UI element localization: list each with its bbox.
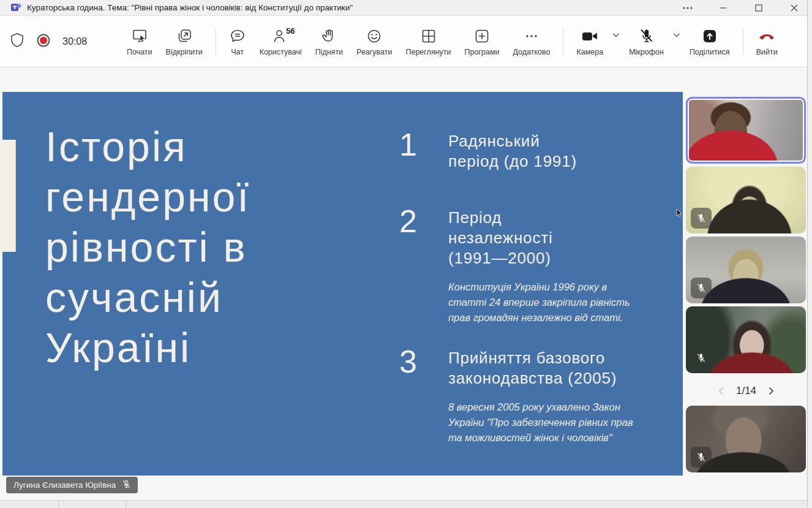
hang-up-icon [757,28,776,45]
share-button[interactable]: Поділитися [683,17,737,67]
list-item: 2 Період незалежності (1991—2000) Консти… [399,207,663,325]
participants-sidebar: 1/14 [686,97,806,476]
background-window-strip [807,0,812,508]
mic-muted-icon [691,347,712,368]
microphone-options-chevron-down-icon[interactable] [672,30,682,42]
item-heading: Прийняття базового законодавства (2005) [448,347,663,389]
pagination-label: 1/14 [736,385,756,397]
view-button[interactable]: Переглянути [399,17,457,67]
chat-button[interactable]: Чат [222,17,253,67]
minimize-button[interactable] [705,0,741,15]
participant-video[interactable] [686,406,806,472]
meeting-toolbar: 30:08 Почати Відкріпити Чат [0,17,807,67]
list-item: 1 Радянський період (до 1991) [399,130,663,172]
maximize-button[interactable] [741,0,776,15]
start-presenting-button[interactable]: Почати [120,17,159,67]
people-icon: 56 [273,28,288,45]
slide-title: Історія гендерної рівності в сучасній Ук… [45,121,250,373]
meeting-timer: 30:08 [62,36,87,47]
chevron-left-icon[interactable] [716,385,726,396]
list-item: 3 Прийняття базового законодавства (2005… [399,347,663,445]
ellipsis-icon [523,28,540,45]
camera-options-chevron-down-icon[interactable] [611,30,621,42]
leave-button[interactable]: Вийти [750,17,784,67]
camera-icon [581,28,599,45]
mic-muted-icon [121,479,132,491]
mic-muted-icon [691,208,712,229]
participant-video[interactable] [686,167,806,233]
react-smiley-icon [366,28,383,45]
participant-video[interactable] [686,237,806,303]
record-indicator-icon [36,32,51,51]
raise-hand-button[interactable]: Підняти [309,17,350,67]
item-heading: Період незалежності (1991—2000) [448,207,663,268]
divider [58,501,59,508]
item-note: Конституція України 1996 року в статті 2… [448,279,663,325]
item-heading: Радянський період (до 1991) [448,130,663,172]
participant-video[interactable] [686,306,806,373]
item-number: 2 [399,204,448,266]
teams-icon [11,2,21,13]
chevron-right-icon[interactable] [766,385,776,396]
toolbar-separator [563,29,563,55]
toolbar-separator [216,29,216,55]
share-icon [701,28,718,45]
chat-icon [229,28,246,45]
pop-out-icon [176,28,193,45]
apps-button[interactable]: Програми [458,17,506,67]
toolbar-separator [743,29,743,55]
window-titlebar: Кураторська година. Тема: "Рівні права ж… [0,0,812,16]
participant-video-active-speaker[interactable] [686,97,806,164]
slide-side-tab [0,140,16,252]
participants-button[interactable]: 56 Користувачі [253,17,309,67]
react-button[interactable]: Реагувати [350,17,399,67]
more-button[interactable]: Додатково [506,17,557,67]
camera-button[interactable]: Камера [570,17,610,67]
apps-plus-icon [473,28,491,45]
item-note: 8 вересня 2005 року ухвалено Закон Украї… [448,400,663,445]
view-grid-icon [420,28,437,45]
participants-pagination: 1/14 [686,376,806,406]
more-options-button[interactable] [670,0,705,15]
slide-timeline-list: 1 Радянський період (до 1991) 2 Період н… [399,126,663,445]
item-number: 3 [399,344,448,386]
mic-muted-icon [638,28,655,45]
presentation-slide: Історія гендерної рівності в сучасній Ук… [2,92,683,476]
window-title: Кураторська година. Тема: "Рівні права ж… [27,3,353,12]
mouse-cursor [676,208,683,220]
presenter-name: Лугина Єлизавета Юріївна [13,480,116,490]
mic-muted-icon [691,447,712,468]
mic-muted-icon [691,278,712,298]
screen-share-icon [131,28,148,45]
item-number: 1 [399,127,448,169]
presenter-name-tag: Лугина Єлизавета Юріївна [6,477,138,493]
background-window-strip [0,500,807,508]
microphone-button[interactable]: Мікрофон [622,17,671,67]
participants-count-badge: 56 [286,26,295,36]
shield-icon[interactable] [10,32,24,51]
divider [126,501,126,508]
unpin-button[interactable]: Відкріпити [159,17,209,67]
raise-hand-icon [320,28,337,45]
